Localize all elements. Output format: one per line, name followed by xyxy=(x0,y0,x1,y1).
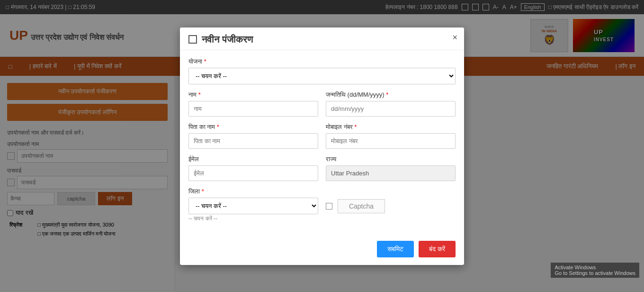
registration-modal: नवीन पंजीकरण × योजना * -- चयन करें -- ना… xyxy=(180,27,464,265)
modal-close-x-btn[interactable]: × xyxy=(452,33,457,42)
mobile-input[interactable] xyxy=(326,133,456,149)
yojana-group: योजना * -- चयन करें -- xyxy=(188,58,456,84)
yojana-label: योजना * xyxy=(188,58,456,65)
father-label: पिता का नाम * xyxy=(188,123,318,131)
mobile-group: मोबाइल नंबर * xyxy=(326,123,456,149)
dob-input[interactable] xyxy=(326,101,456,117)
father-input[interactable] xyxy=(188,133,318,149)
district-captcha-row: जिला * -- चयन करें -- -- चयन करें -- □ C… xyxy=(188,188,456,222)
name-group: नाम * xyxy=(188,91,318,117)
dob-group: जन्मतिथि (dd/MM/yyyy) * xyxy=(326,91,456,117)
captcha-display: Captcha xyxy=(338,199,385,213)
state-group: राज्य Uttar Pradesh xyxy=(326,155,456,181)
submit-btn[interactable]: सबमिट xyxy=(377,241,414,257)
modal-overlay: नवीन पंजीकरण × योजना * -- चयन करें -- ना… xyxy=(0,0,644,292)
modal-close-btn[interactable]: बंद करें xyxy=(419,241,456,257)
name-label: नाम * xyxy=(188,91,318,99)
email-label: ईमेल xyxy=(188,155,318,163)
email-input[interactable] xyxy=(188,165,318,181)
modal-title: नवीन पंजीकरण xyxy=(202,34,253,45)
name-dob-row: नाम * जन्मतिथि (dd/MM/yyyy) * xyxy=(188,91,456,117)
modal-footer: सबमिट बंद करें xyxy=(180,236,464,265)
modal-header-icon xyxy=(188,35,197,44)
district-label: जिला * xyxy=(188,188,318,195)
father-group: पिता का नाम * xyxy=(188,123,318,149)
district-group: जिला * -- चयन करें -- -- चयन करें -- xyxy=(188,188,318,222)
state-value: Uttar Pradesh xyxy=(326,165,456,181)
email-group: ईमेल xyxy=(188,155,318,181)
district-select[interactable]: -- चयन करें -- xyxy=(188,198,318,214)
activate-windows-notice: Activate Windows Go to Settings to activ… xyxy=(551,263,639,278)
email-state-row: ईमेल राज्य Uttar Pradesh xyxy=(188,155,456,181)
modal-header: नवीन पंजीकरण × xyxy=(180,27,464,50)
father-mobile-row: पिता का नाम * मोबाइल नंबर * xyxy=(188,123,456,149)
captcha-group: □ Captcha xyxy=(326,188,456,222)
state-label: राज्य xyxy=(326,155,456,163)
mobile-label: मोबाइल नंबर * xyxy=(326,123,456,131)
yojana-select[interactable]: -- चयन करें -- xyxy=(188,68,456,84)
modal-body: योजना * -- चयन करें -- नाम * जन्मतिथि (d… xyxy=(180,50,464,236)
dropdown-hint: -- चयन करें -- xyxy=(188,215,318,222)
dob-label: जन्मतिथि (dd/MM/yyyy) * xyxy=(326,91,456,99)
name-input[interactable] xyxy=(188,101,318,117)
captcha-checkbox-icon xyxy=(326,203,332,210)
